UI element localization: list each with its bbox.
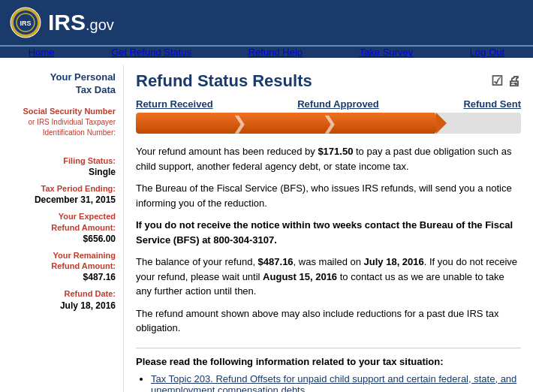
nav-log-out[interactable]: Log Out bbox=[470, 47, 504, 58]
filing-status-label: Filing Status: bbox=[11, 155, 116, 166]
para-3: If you do not receive the notice within … bbox=[136, 218, 521, 247]
progress-bar: ❯ ❯ bbox=[136, 113, 521, 134]
para-1: Your refund amount has been reduced by $… bbox=[136, 144, 521, 173]
nav-refund-help[interactable]: Refund Help bbox=[248, 47, 303, 58]
filing-status-value: Single bbox=[11, 167, 116, 177]
please-read-section: Please read the following information re… bbox=[136, 348, 521, 393]
remaining-refund-value: $487.16 bbox=[11, 272, 116, 282]
page-title-row: Refund Status Results ☑ 🖨 bbox=[136, 71, 521, 91]
tax-topic-203-link[interactable]: Tax Topic 203. Refund Offsets for unpaid… bbox=[151, 373, 516, 393]
expected-refund-value: $656.00 bbox=[11, 234, 116, 244]
para-5: The refund amount shown above may also i… bbox=[136, 306, 521, 336]
checkbox-icon[interactable]: ☑ bbox=[491, 73, 503, 89]
please-read-title: Please read the following information re… bbox=[136, 356, 521, 367]
nav-take-survey[interactable]: Take Survey bbox=[360, 47, 414, 58]
svg-text:IRS: IRS bbox=[20, 20, 31, 27]
para-2: The Bureau of the Fiscal Service (BFS), … bbox=[136, 181, 521, 210]
irs-logo-text: IRS.gov bbox=[48, 10, 114, 35]
refund-date-value: July 18, 2016 bbox=[11, 300, 116, 311]
ssn-value bbox=[11, 139, 116, 149]
refund-date-label: Refund Date: bbox=[11, 288, 116, 299]
main-content: Your PersonalTax Data Social Security Nu… bbox=[0, 58, 533, 392]
print-icon[interactable]: 🖨 bbox=[507, 74, 521, 89]
irs-emblem-icon: IRS bbox=[9, 6, 42, 39]
step-refund-sent[interactable]: Refund Sent bbox=[463, 98, 521, 110]
tax-period-label: Tax Period Ending: bbox=[11, 183, 116, 194]
content-area: Refund Status Results ☑ 🖨 Return Receive… bbox=[124, 65, 533, 392]
progress-section: Return Received Refund Approved Refund S… bbox=[136, 98, 521, 134]
tax-period-value: December 31, 2015 bbox=[11, 194, 116, 205]
sidebar: Your PersonalTax Data Social Security Nu… bbox=[0, 65, 124, 392]
sidebar-title: Your PersonalTax Data bbox=[11, 71, 116, 97]
para-4: The balance of your refund, $487.16, was… bbox=[136, 255, 521, 299]
expected-refund-label: Your ExpectedRefund Amount: bbox=[11, 211, 116, 233]
irs-logo: IRS IRS.gov bbox=[9, 6, 114, 39]
remaining-refund-label: Your RemainingRefund Amount: bbox=[11, 250, 116, 272]
list-item: Tax Topic 203. Refund Offsets for unpaid… bbox=[151, 373, 521, 393]
step-refund-approved[interactable]: Refund Approved bbox=[297, 98, 379, 110]
please-read-links: Tax Topic 203. Refund Offsets for unpaid… bbox=[136, 373, 521, 393]
progress-bar-fill: ❯ ❯ bbox=[136, 113, 436, 134]
page-title-text: Refund Status Results bbox=[136, 71, 312, 91]
ssn-label: Social Security Numberor IRS Individual … bbox=[11, 106, 116, 138]
progress-labels: Return Received Refund Approved Refund S… bbox=[136, 98, 521, 110]
nav-get-refund-status[interactable]: Get Refund Status bbox=[111, 47, 191, 58]
nav-home[interactable]: Home bbox=[29, 47, 55, 58]
title-icons: ☑ 🖨 bbox=[491, 73, 521, 89]
step-return-received[interactable]: Return Received bbox=[136, 98, 213, 110]
site-header: IRS IRS.gov bbox=[0, 0, 533, 45]
navbar: Home Get Refund Status Refund Help Take … bbox=[0, 45, 533, 58]
